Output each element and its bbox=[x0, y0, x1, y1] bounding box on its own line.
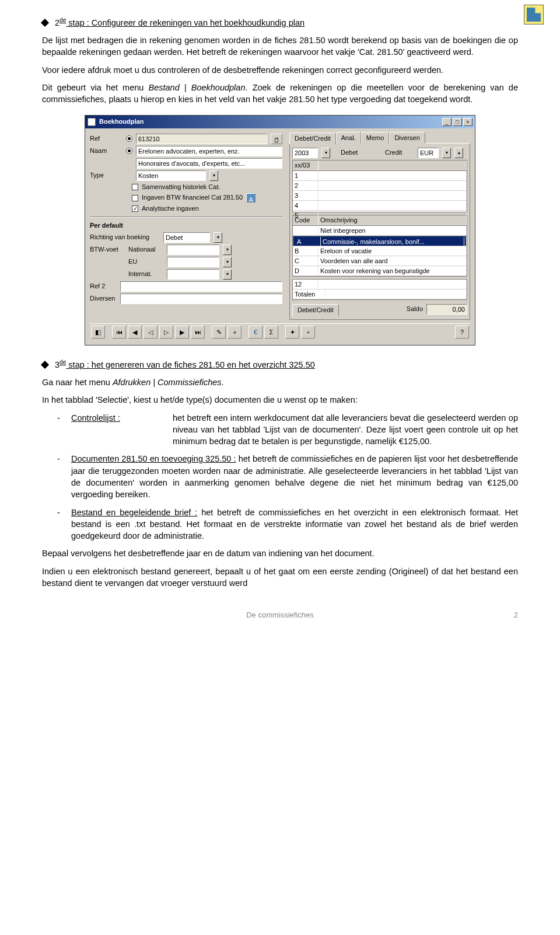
step2-num: 2 bbox=[55, 18, 60, 27]
btw-int-label: Internat. bbox=[128, 270, 163, 278]
add-icon[interactable]: ＋ bbox=[228, 326, 242, 339]
naam1-input[interactable]: Erelonen advocaten, experten, enz. bbox=[136, 146, 282, 156]
period-col: xx/03 bbox=[293, 161, 318, 170]
diversen-label: Diversen bbox=[90, 294, 117, 303]
next-icon[interactable]: ▷ bbox=[159, 326, 173, 339]
naam2-input[interactable]: Honoraires d'avocats, d'experts, etc... bbox=[136, 158, 282, 169]
btw-eu-input[interactable] bbox=[167, 257, 219, 267]
close-button[interactable]: × bbox=[463, 118, 473, 126]
dash-icon: - bbox=[57, 453, 63, 500]
cat28150-icon[interactable]: A bbox=[246, 193, 256, 203]
year-dd-icon[interactable]: ▾ bbox=[321, 148, 330, 158]
ref2-input[interactable] bbox=[120, 281, 282, 292]
tab-diversen[interactable]: Diversen bbox=[389, 132, 425, 144]
period-2: 2 bbox=[293, 181, 318, 190]
step3-p1-italic: Afdrukken | Commissiefiches bbox=[113, 378, 222, 387]
code-header: Code bbox=[293, 215, 318, 225]
samenvatting-checkbox[interactable] bbox=[132, 184, 138, 190]
saldo-label: Saldo bbox=[407, 305, 423, 313]
ref-radio[interactable] bbox=[126, 135, 132, 142]
layout-icon[interactable]: ◧ bbox=[91, 326, 105, 339]
perdefault-heading: Per default bbox=[90, 221, 282, 230]
sigma-icon[interactable]: Σ bbox=[264, 326, 278, 339]
tab-anal[interactable]: Anal. bbox=[336, 132, 361, 144]
ref-lookup-icon[interactable]: 🗒 bbox=[271, 134, 282, 144]
type-dropdown-icon[interactable]: ▾ bbox=[209, 170, 218, 181]
period-4: 4 bbox=[293, 201, 318, 210]
code-grid[interactable]: Code Omschrijving Niet inbegrepen ACommi… bbox=[292, 215, 467, 277]
btw-int-dd-icon[interactable]: ▾ bbox=[223, 269, 232, 280]
step2-sup: de bbox=[60, 17, 66, 23]
last-icon[interactable]: ⏭ bbox=[191, 326, 205, 339]
star-icon[interactable]: ⋆ bbox=[301, 326, 315, 339]
window-title: Boekhoudplan bbox=[99, 117, 439, 126]
period-1: 1 bbox=[293, 171, 318, 180]
step3-heading: 3de stap : het genereren van de fiches 2… bbox=[55, 358, 315, 371]
minimize-button[interactable]: _ bbox=[442, 118, 452, 126]
cur-up-icon[interactable]: ▴ bbox=[454, 148, 463, 158]
code-row-c[interactable]: CVoordelen van alle aard bbox=[293, 256, 467, 266]
documenten-label: Documenten 281.50 en toevoeging 325.50 : bbox=[71, 454, 236, 463]
euro-icon[interactable]: € bbox=[249, 326, 262, 339]
step2-title: stap : Configureer de rekeningen van het… bbox=[66, 18, 304, 27]
tab2-debet-credit[interactable]: Debet/Credit bbox=[292, 304, 339, 316]
rvb-label: Richting van boeking bbox=[90, 233, 160, 242]
dc-credit-label: Credit bbox=[385, 148, 414, 157]
code-row-b[interactable]: BEreloon of vacatie bbox=[293, 246, 467, 256]
sparkle-icon[interactable]: ✦ bbox=[285, 326, 299, 339]
btw-nat-dd-icon[interactable]: ▾ bbox=[223, 245, 232, 255]
code-row-d[interactable]: DKosten voor rekening van begunstigde bbox=[293, 266, 467, 276]
currency-select[interactable]: EUR bbox=[418, 148, 439, 158]
help-icon[interactable]: ? bbox=[455, 326, 469, 339]
controlelijst-body: het betreft een intern werkdocument dat … bbox=[173, 412, 518, 448]
bestand-item: Bestand en begeleidende brief : het betr… bbox=[71, 507, 518, 542]
prev-page-icon[interactable]: ◀ bbox=[128, 326, 142, 339]
btw-eu-label: EU bbox=[128, 257, 163, 266]
code-row-a[interactable]: ACommissie-, makelaarsloon, bonif... bbox=[293, 236, 467, 246]
type-select[interactable]: Kosten bbox=[136, 170, 206, 181]
ref-label: Ref bbox=[90, 134, 123, 143]
tab-debet-credit[interactable]: Debet/Credit bbox=[289, 132, 336, 144]
step3-p1b: . bbox=[222, 378, 224, 387]
next-page-icon[interactable]: ▶ bbox=[175, 326, 189, 339]
btw-nat-input[interactable] bbox=[167, 245, 219, 255]
diversen-input[interactable] bbox=[120, 294, 282, 304]
rvb-dropdown-icon[interactable]: ▾ bbox=[214, 232, 222, 243]
maximize-button[interactable]: □ bbox=[453, 118, 462, 126]
ref-input[interactable]: 613210 bbox=[136, 134, 267, 144]
dash-icon: - bbox=[57, 412, 63, 448]
naam-radio[interactable] bbox=[126, 148, 132, 154]
btw-eu-dd-icon[interactable]: ▾ bbox=[223, 257, 232, 267]
controlelijst-label: Controlelijst : bbox=[71, 412, 164, 448]
step3-p1a: Ga naar het menu bbox=[42, 378, 113, 387]
prev-icon[interactable]: ◁ bbox=[144, 326, 158, 339]
naam-label: Naam bbox=[90, 146, 123, 155]
code-row-none[interactable]: Niet inbegrepen bbox=[293, 226, 467, 236]
period-grid[interactable]: xx/03 1 2 3 4 5 bbox=[292, 160, 467, 212]
omschrijving-header: Omschrijving bbox=[318, 215, 467, 225]
app-icon bbox=[88, 118, 96, 126]
btw-financieel-label: Ingaven BTW financieel Cat 281.50 bbox=[142, 193, 243, 202]
saldo-value: 0,00 bbox=[426, 304, 467, 315]
documenten-item: Documenten 281.50 en toevoeging 325.50 :… bbox=[71, 453, 518, 500]
step3-para1: Ga naar het menu Afdrukken | Commissiefi… bbox=[42, 376, 518, 388]
bullet-diamond-icon bbox=[41, 19, 49, 27]
step3-num: 3 bbox=[55, 360, 60, 369]
cur-dd-icon[interactable]: ▾ bbox=[442, 148, 451, 158]
year-select[interactable]: 2003 bbox=[292, 148, 318, 158]
step2-p3a: Dit gebeurt via het menu bbox=[42, 83, 149, 92]
edit-icon[interactable]: ✎ bbox=[212, 326, 226, 339]
titlebar[interactable]: Boekhoudplan _ □ × bbox=[85, 116, 475, 128]
step3-para3: Bepaal vervolgens het desbetreffende jaa… bbox=[42, 547, 518, 559]
bestand-label: Bestand en begeleidende brief : bbox=[71, 508, 197, 517]
first-icon[interactable]: ⏮ bbox=[112, 326, 126, 339]
btw-int-input[interactable] bbox=[167, 269, 219, 280]
analytische-checkbox[interactable] bbox=[132, 205, 138, 212]
btw-nat-label: Nationaal bbox=[128, 245, 163, 254]
toolbar: ◧ ⏮ ◀ ◁ ▷ ▶ ⏭ ✎ ＋ € Σ ✦ ⋆ ? bbox=[90, 323, 470, 340]
footer-title: De commissiefiches bbox=[54, 610, 506, 620]
tab-memo[interactable]: Memo bbox=[361, 132, 390, 144]
step2-para2: Voor iedere afdruk moet u dus controlere… bbox=[42, 64, 518, 76]
rvb-select[interactable]: Debet bbox=[163, 232, 210, 243]
btw-financieel-checkbox[interactable] bbox=[132, 195, 138, 201]
